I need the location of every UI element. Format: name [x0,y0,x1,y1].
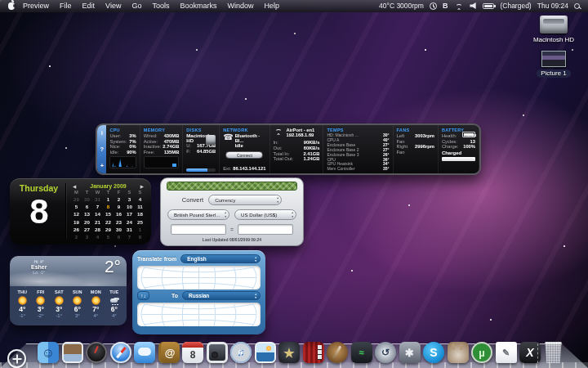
from-currency-dropdown[interactable]: British Pound Sterl... [167,209,229,220]
to-amount-input[interactable] [238,224,293,235]
source-text-field[interactable] [137,266,261,289]
photo-booth-icon[interactable] [303,342,324,363]
istat-strip-button[interactable]: + [100,163,104,168]
forecast-strip: THU 4° -1° FRI 3° -2° SAT 3° -1° SUN [10,286,127,325]
desktop-icon-picture-1[interactable]: Picture 1 [524,51,583,78]
desktop-icon-macintosh-hd[interactable]: Macintosh HD [524,16,583,43]
calendar-day-cell: 12 [71,210,82,218]
istat-status-text[interactable]: 40°C 3000rpm [379,2,424,10]
garageband-icon[interactable] [327,342,348,363]
equals-sign: = [230,227,234,232]
ical-icon[interactable]: 8 [182,342,203,363]
connect-button[interactable]: Connect [225,151,263,159]
cpu-stat-row: Idle:90% [109,150,136,155]
convert-label: Convert [182,196,203,204]
amule-icon[interactable] [448,342,469,363]
apple-menu-icon[interactable] [8,2,15,10]
skype-icon[interactable]: S [423,342,444,363]
istat-memory-section: MEMORY Wired:430MB Active:470MB Inactive… [140,125,184,173]
cpu-stat-row: System:7% [109,139,136,145]
calendar-day-cell: 18 [135,210,145,218]
dock-trash-area [534,342,564,363]
istat-strip-button[interactable]: i [101,130,103,136]
menu-item[interactable]: View [105,2,121,10]
memory-header: MEMORY [144,128,180,132]
weather-condition-icon [73,296,82,305]
calendar-day-cell: 16 [114,210,124,218]
calendar-day-cell: 6 [114,233,124,240]
cpu-stat-row: User:3% [109,133,136,139]
istat-clock-icon[interactable] [430,2,437,10]
menu-item[interactable]: Help [264,2,279,10]
weekday-label: S [124,189,135,195]
airport-stat-row: Total Out:1.24GB [274,156,320,162]
calendar-day-cell: 5 [103,233,114,240]
disk-usage-bar [186,168,216,172]
istat-battery-section: BATTERY Health:100% Cycles:13 Charge:100… [439,125,479,173]
photo-frame-app-icon[interactable] [207,342,228,363]
fan-speed-row: Left Fan3003rpm [397,133,434,144]
finder-icon[interactable]: ☺ [38,342,59,363]
menu-item[interactable]: Bookmarks [180,2,216,10]
imovie-icon[interactable]: ★ [278,342,300,363]
battery-charge-state: Charged [442,150,475,155]
globe-grid-decoration [137,266,261,289]
memory-stat-row: Free:135MB [144,150,180,155]
disk-stat-row: F:64.85GB [186,149,216,155]
to-currency-dropdown[interactable]: US Dollar (US$) [234,209,296,220]
iphoto-icon[interactable] [255,342,276,363]
activity-monitor-icon[interactable]: ≈ [351,342,372,363]
istat-strip-button[interactable]: ? [100,146,104,152]
time-machine-icon[interactable]: ↺ [375,342,396,363]
calendar-widget: Thursday 8 ◀ January 2009 ▶ MTWTFSS 2930… [10,178,151,245]
menu-item[interactable]: Go [131,2,141,10]
temp-sensor-row: Mem Controller35° [327,167,389,172]
category-dropdown[interactable]: Currency [208,195,282,205]
dashboard-icon[interactable] [86,342,107,363]
menu-item[interactable]: File [60,2,72,10]
calendar-day-cell: 9 [114,203,124,210]
memory-stat-row: Inactive:2.74GB [144,144,180,150]
menu-item[interactable]: Edit [82,2,96,10]
ichat-icon[interactable] [134,342,155,363]
calendar-prev-arrow[interactable]: ◀ [73,184,76,189]
spotlight-icon[interactable] [574,3,580,9]
airport-ip: 192.168.1.69 [287,132,315,137]
forecast-day: SAT 3° -1° [50,289,69,324]
itunes-icon[interactable]: ♫ [230,342,252,363]
calendar-day-cell: 26 [71,226,82,233]
trash-icon[interactable] [544,342,563,363]
preview-icon[interactable] [62,342,83,363]
translate-from-label: Translate from [137,256,176,262]
swap-languages-button[interactable]: ↑↓ [137,291,149,300]
calendar-day-cell: 2 [114,195,124,203]
menu-clock[interactable]: Thu 09:24 [537,2,568,10]
from-amount-input[interactable] [171,224,226,235]
result-text-field[interactable] [137,303,261,326]
system-preferences-icon[interactable]: ✱ [399,342,421,363]
dashboard-add-widget-button[interactable] [7,349,26,368]
volume-icon[interactable] [470,2,477,9]
from-language-dropdown[interactable]: English [180,254,261,263]
calendar-day-cell: 25 [135,218,145,226]
weather-current-panel: Hi: 4° Esher Lo: -1° 2° [10,256,127,286]
calendar-big-day: 8 [29,193,47,231]
to-language-dropdown[interactable]: Russian [182,291,261,300]
menu-item[interactable]: Preview [23,2,49,10]
calendar-day-cell: 24 [124,218,135,226]
textedit-icon[interactable]: ✎ [496,342,517,363]
bluetooth-icon[interactable]: B [443,2,448,10]
calendar-day-cell: 23 [114,218,124,226]
menu-item[interactable]: Window [227,2,253,10]
safari-icon[interactable] [110,342,131,363]
utorrent-icon[interactable]: µ [471,342,492,363]
battery-icon[interactable] [483,3,494,9]
calendar-day-cell: 29 [103,226,114,233]
menu-item[interactable]: Tools [152,2,169,10]
battery-status-label[interactable]: (Charged) [500,2,531,10]
address-book-icon[interactable]: @ [158,342,180,363]
calendar-next-arrow[interactable]: ▶ [140,184,144,189]
forecast-day: MON 7° 4° [87,289,105,324]
wifi-icon[interactable] [453,2,464,10]
hd-icon-label: Macintosh HD [524,36,583,43]
